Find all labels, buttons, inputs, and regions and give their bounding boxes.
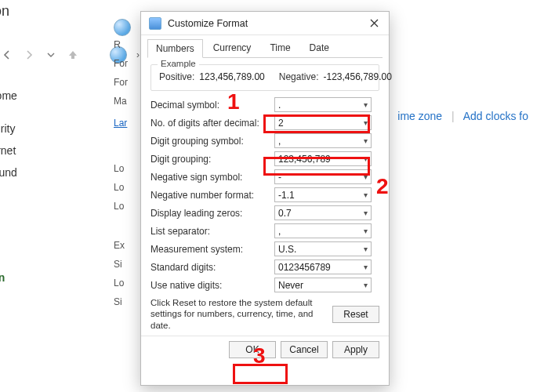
window-title: nd Region (0, 3, 9, 20)
numbers-form: Decimal symbol: .▾ No. of digits after d… (150, 97, 379, 292)
customize-format-dialog: Customize Format Numbers Currency Time D… (140, 11, 390, 386)
recent-locations-chevron[interactable] (44, 48, 58, 62)
dropdown-display-leading-zeros[interactable]: 0.7▾ (274, 205, 372, 220)
chevron-down-icon: ▾ (364, 227, 368, 235)
forward-button[interactable] (22, 48, 36, 62)
region-window-sliver: R For For Ma Lar Lo Lo Lo Ex Si Lo Si (114, 19, 143, 301)
dropdown-digit-grouping[interactable]: 123,456,789▾ (274, 151, 372, 166)
link-change-time-zone[interactable]: ime zone (397, 110, 442, 122)
dropdown-standard-digits[interactable]: 0123456789▾ (274, 260, 372, 274)
dropdown-value: Never (278, 280, 303, 291)
chevron-down-icon: ▾ (364, 100, 368, 109)
sidebar-item-selected[interactable]: and Region (0, 267, 94, 289)
region-window-icon (114, 19, 131, 36)
sidebar-item[interactable]: rk and Internet (0, 140, 94, 162)
chevron-down-icon: ▾ (364, 209, 368, 217)
label-standard-digits: Standard digits: (150, 262, 268, 273)
dropdown-value: U.S. (278, 244, 296, 255)
sidebar-item[interactable]: ol Panel Home (0, 85, 94, 107)
chevron-down-icon: ▾ (364, 245, 368, 253)
tab-numbers[interactable]: Numbers (147, 39, 203, 58)
rg-text: Si (114, 296, 143, 307)
label-list-separator: List separator: (150, 226, 268, 237)
reset-hint-text: Click Reset to restore the system defaul… (150, 297, 323, 331)
close-button[interactable] (364, 16, 384, 31)
chevron-down-icon: ▾ (364, 281, 368, 289)
tab-time[interactable]: Time (261, 38, 299, 57)
dropdown-value: -1.1 (278, 190, 295, 201)
control-panel-sidebar: ol Panel Home n and Security rk and Inte… (0, 85, 94, 310)
dropdown-negative-number-format[interactable]: -1.1▾ (274, 187, 372, 202)
dropdown-value: , (278, 226, 281, 237)
dropdown-value: 2 (278, 118, 284, 129)
apply-button[interactable]: Apply (332, 341, 379, 358)
dialog-icon (149, 17, 161, 30)
dropdown-value: . (278, 100, 281, 111)
sidebar-item[interactable]: rance and (0, 227, 94, 249)
dropdown-digit-grouping-symbol[interactable]: ,▾ (274, 133, 372, 148)
rg-text: Ma (114, 96, 143, 107)
label-decimal-symbol: Decimal symbol: (150, 100, 268, 111)
dropdown-negative-sign-symbol[interactable]: -▾ (274, 169, 372, 184)
sidebar-item[interactable]: ccounts (0, 205, 94, 227)
label-measurement-system: Measurement system: (150, 244, 268, 255)
negative-value: -123,456,789.00 (323, 71, 391, 82)
example-groupbox: Example Positive: 123,456,789.00 Negativ… (150, 64, 379, 91)
rg-text: Lo (114, 182, 143, 193)
dropdown-value: 123,456,789 (278, 154, 331, 165)
tab-currency[interactable]: Currency (205, 38, 260, 57)
link-add-clocks[interactable]: Add clocks fo (463, 110, 528, 122)
dialog-titlebar: Customize Format (141, 12, 389, 35)
chevron-down-icon: ▾ (364, 263, 368, 271)
label-negative-number-format: Negative number format: (150, 190, 268, 201)
cancel-button[interactable]: Cancel (281, 341, 328, 358)
region-title-frag: R (114, 39, 143, 50)
back-button[interactable] (0, 48, 14, 62)
rg-text: Lo (114, 163, 143, 174)
ok-button[interactable]: OK (229, 341, 276, 358)
label-digits-after-decimal: No. of digits after decimal: (150, 118, 268, 129)
label-use-native-digits: Use native digits: (150, 280, 268, 291)
positive-label: Positive: (159, 71, 194, 82)
label-digit-grouping-symbol: Digit grouping symbol: (150, 136, 268, 147)
sidebar-item-cont: alization (0, 249, 94, 267)
negative-label: Negative: (279, 71, 319, 82)
label-display-leading-zeros: Display leading zeros: (150, 208, 268, 219)
positive-value: 123,456,789.00 (199, 71, 264, 82)
chevron-down-icon: ▾ (364, 191, 368, 199)
sidebar-item[interactable]: f Access (0, 289, 94, 310)
separator: | (451, 110, 455, 122)
dropdown-value: , (278, 136, 281, 147)
up-button[interactable] (66, 48, 80, 62)
dropdown-digits-after-decimal[interactable]: 2▾ (274, 115, 372, 130)
tabstrip: Numbers Currency Time Date (141, 35, 389, 57)
dropdown-value: 0123456789 (278, 262, 331, 273)
right-links: ime zone | Add clocks fo (397, 110, 528, 122)
rg-text: For (114, 58, 143, 69)
dropdown-measurement-system[interactable]: U.S.▾ (274, 241, 372, 256)
label-digit-grouping: Digit grouping: (150, 154, 268, 165)
dropdown-use-native-digits[interactable]: Never▾ (274, 278, 372, 292)
tab-date[interactable]: Date (301, 38, 338, 57)
chevron-down-icon: ▾ (364, 136, 368, 145)
sidebar-item[interactable]: ms (0, 183, 94, 205)
dialog-title: Customize Format (168, 18, 248, 29)
example-legend: Example (158, 59, 199, 68)
chevron-down-icon: ▾ (364, 154, 368, 163)
rg-text: Si (114, 259, 143, 270)
reset-button[interactable]: Reset (332, 306, 379, 323)
dropdown-value: 0.7 (278, 208, 292, 219)
dropdown-value: - (278, 172, 281, 183)
label-negative-sign-symbol: Negative sign symbol: (150, 172, 268, 183)
dropdown-decimal-symbol[interactable]: .▾ (274, 97, 372, 112)
rg-text: Lo (114, 278, 143, 289)
dropdown-list-separator[interactable]: ,▾ (274, 223, 372, 238)
sidebar-item[interactable]: n and Security (0, 118, 94, 140)
rg-link[interactable]: Lar (114, 118, 127, 129)
rg-text: For (114, 77, 143, 88)
chevron-down-icon: ▾ (364, 172, 368, 181)
sidebar-item[interactable]: are and Sound (0, 162, 94, 183)
chevron-down-icon: ▾ (364, 118, 368, 127)
dialog-button-row: OK Cancel Apply (141, 336, 389, 366)
rg-text: Ex (114, 240, 143, 251)
